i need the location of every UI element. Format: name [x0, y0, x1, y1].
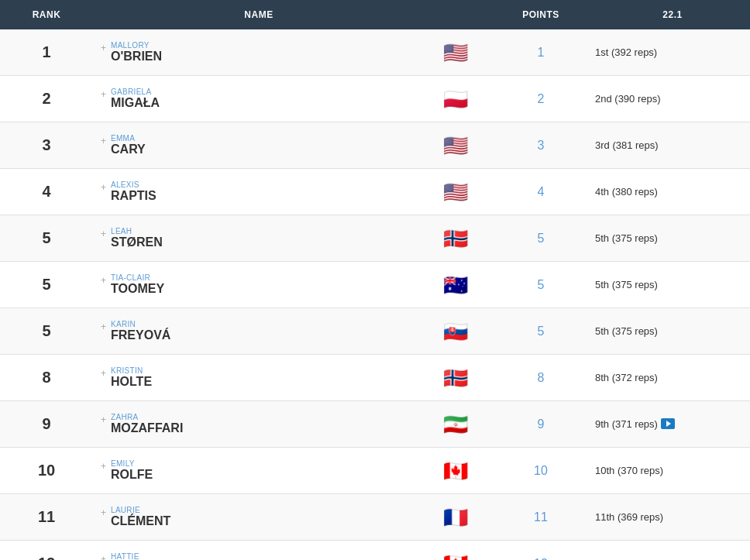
- athlete-last-name: MOZAFFARI: [111, 421, 183, 435]
- points-cell: 9: [487, 417, 595, 431]
- flag-cell: 🇦🇺: [425, 275, 487, 295]
- athlete-last-name: RAPTIS: [111, 189, 157, 203]
- table-row: 9 + ZAHRA MOZAFFARI 🇮🇷 9 9th (371 reps): [0, 401, 750, 448]
- country-flag: 🇺🇸: [443, 43, 468, 63]
- event-cell: 1st (392 reps): [595, 46, 750, 58]
- name-cell: + HATTIE KANYO: [93, 552, 425, 560]
- athlete-name: GABRIELA MIGAŁA: [111, 88, 160, 110]
- athlete-first-name: MALLORY: [111, 41, 162, 50]
- athlete-first-name: ALEXIS: [111, 180, 157, 189]
- rank-cell: 5: [0, 322, 93, 340]
- rank-cell: 8: [0, 369, 93, 387]
- rank-cell: 5: [0, 229, 93, 247]
- country-flag: 🇵🇱: [443, 89, 468, 109]
- expand-icon[interactable]: +: [101, 88, 106, 100]
- event-cell: 11th (369 reps): [595, 511, 750, 523]
- athlete-first-name: KRISTIN: [111, 366, 152, 375]
- points-cell: 5: [487, 278, 595, 292]
- expand-icon[interactable]: +: [101, 459, 106, 472]
- table-row: 12 + HATTIE KANYO 🇨🇦 12 12th (367 reps): [0, 541, 750, 560]
- name-cell: + EMMA CARY: [93, 134, 425, 156]
- athlete-first-name: EMMA: [111, 134, 146, 143]
- header-points: POINTS: [487, 9, 595, 20]
- athlete-last-name: HOLTE: [111, 375, 152, 389]
- athlete-first-name: GABRIELA: [111, 88, 160, 96]
- rank-cell: 2: [0, 90, 93, 108]
- rank-cell: 9: [0, 415, 93, 433]
- table-row: 8 + KRISTIN HOLTE 🇳🇴 8 8th (372 reps): [0, 355, 750, 401]
- athlete-first-name: KARIN: [111, 320, 170, 328]
- athlete-name: MALLORY O'BRIEN: [111, 41, 162, 64]
- flag-cell: 🇵🇱: [425, 89, 487, 109]
- athlete-first-name: LAURIE: [111, 506, 170, 514]
- flag-cell: 🇺🇸: [425, 182, 487, 202]
- rank-cell: 5: [0, 276, 93, 294]
- points-cell: 1: [487, 46, 595, 60]
- event-cell: 2nd (390 reps): [595, 93, 750, 105]
- name-cell: + ZAHRA MOZAFFARI: [93, 413, 425, 435]
- athlete-name: TIA-CLAIR TOOMEY: [111, 273, 164, 296]
- athlete-name: ZAHRA MOZAFFARI: [111, 413, 183, 435]
- athlete-last-name: FREYOVÁ: [111, 328, 170, 342]
- table-row: 5 + LEAH STØREN 🇳🇴 5 5th (375 reps): [0, 215, 750, 262]
- expand-icon[interactable]: +: [101, 41, 106, 53]
- country-flag: 🇺🇸: [443, 182, 468, 202]
- rank-cell: 1: [0, 43, 93, 61]
- expand-icon[interactable]: +: [101, 413, 106, 425]
- athlete-name: EMMA CARY: [111, 134, 146, 156]
- expand-icon[interactable]: +: [101, 506, 106, 518]
- leaderboard-table: RANK NAME POINTS 22.1 1 + MALLORY O'BRIE…: [0, 0, 750, 560]
- points-cell: 12: [487, 557, 595, 561]
- flag-cell: 🇳🇴: [425, 368, 487, 388]
- country-flag: 🇦🇺: [443, 275, 468, 295]
- expand-icon[interactable]: +: [101, 320, 106, 332]
- event-cell: 4th (380 reps): [595, 186, 750, 198]
- table-row: 1 + MALLORY O'BRIEN 🇺🇸 1 1st (392 reps): [0, 29, 750, 76]
- points-cell: 3: [487, 139, 595, 153]
- flag-cell: 🇺🇸: [425, 43, 487, 63]
- name-cell: + MALLORY O'BRIEN: [93, 41, 425, 64]
- name-cell: + LAURIE CLÉMENT: [93, 506, 425, 528]
- event-cell: 9th (371 reps): [595, 418, 750, 431]
- table-row: 3 + EMMA CARY 🇺🇸 3 3rd (381 reps): [0, 122, 750, 169]
- athlete-last-name: STØREN: [111, 235, 163, 249]
- expand-icon[interactable]: +: [101, 366, 106, 379]
- athlete-name: EMILY ROLFE: [111, 459, 153, 482]
- athlete-last-name: O'BRIEN: [111, 50, 162, 64]
- flag-cell: 🇨🇦: [425, 554, 487, 561]
- athlete-last-name: TOOMEY: [111, 282, 164, 296]
- athlete-name: KARIN FREYOVÁ: [111, 320, 170, 342]
- athlete-name: HATTIE KANYO: [111, 552, 156, 560]
- flag-cell: 🇮🇷: [425, 414, 487, 435]
- athlete-first-name: TIA-CLAIR: [111, 273, 164, 282]
- points-cell: 10: [487, 464, 595, 478]
- header-event: 22.1: [595, 9, 750, 20]
- video-icon[interactable]: [661, 418, 675, 429]
- points-cell: 5: [487, 325, 595, 338]
- athlete-first-name: ZAHRA: [111, 413, 183, 421]
- rank-cell: 10: [0, 462, 93, 479]
- table-row: 5 + KARIN FREYOVÁ 🇸🇰 5 5th (375 reps): [0, 308, 750, 355]
- name-cell: + KARIN FREYOVÁ: [93, 320, 425, 342]
- name-cell: + KRISTIN HOLTE: [93, 366, 425, 389]
- expand-icon[interactable]: +: [101, 227, 106, 239]
- athlete-first-name: EMILY: [111, 459, 153, 468]
- country-flag: 🇨🇦: [443, 461, 468, 481]
- expand-icon[interactable]: +: [101, 273, 106, 286]
- expand-icon[interactable]: +: [101, 180, 106, 193]
- table-row: 11 + LAURIE CLÉMENT 🇫🇷 11 11th (369 reps…: [0, 494, 750, 541]
- country-flag: 🇫🇷: [443, 507, 468, 527]
- event-cell: 5th (375 reps): [595, 325, 750, 337]
- name-cell: + EMILY ROLFE: [93, 459, 425, 482]
- points-cell: 8: [487, 371, 595, 385]
- name-cell: + GABRIELA MIGAŁA: [93, 88, 425, 110]
- athlete-first-name: HATTIE: [111, 552, 156, 560]
- points-cell: 11: [487, 510, 595, 524]
- athlete-name: ALEXIS RAPTIS: [111, 180, 157, 203]
- expand-icon[interactable]: +: [101, 134, 106, 146]
- name-cell: + TIA-CLAIR TOOMEY: [93, 273, 425, 296]
- rank-cell: 4: [0, 183, 93, 201]
- expand-icon[interactable]: +: [101, 552, 106, 560]
- rows-container: 1 + MALLORY O'BRIEN 🇺🇸 1 1st (392 reps) …: [0, 29, 750, 560]
- flag-cell: 🇸🇰: [425, 321, 487, 342]
